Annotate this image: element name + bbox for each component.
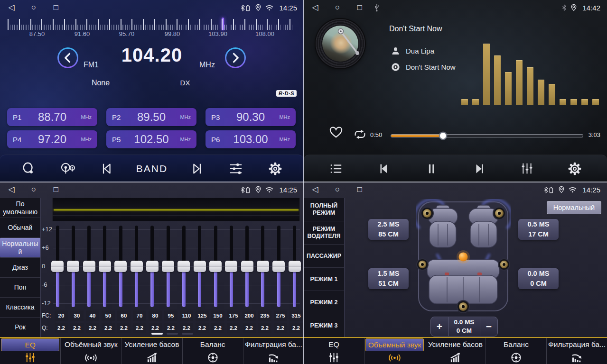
radio-preset-button[interactable]: P5102.50MHz: [106, 130, 196, 148]
eq-band-slider[interactable]: [51, 226, 64, 307]
q-value[interactable]: 2.2: [117, 323, 131, 333]
q-value[interactable]: 2.2: [133, 323, 146, 333]
q-value[interactable]: 2.2: [289, 323, 303, 333]
eq-preset-item[interactable]: Обычай: [0, 218, 40, 237]
radio-ruler[interactable]: [0, 17, 304, 30]
slider-thumb[interactable]: [209, 261, 222, 272]
eq-band-slider[interactable]: [83, 226, 95, 307]
eq-band-slider[interactable]: [289, 226, 301, 307]
fc-value[interactable]: 315: [289, 310, 303, 321]
q-value[interactable]: 2.2: [102, 323, 115, 333]
increase-delay-button[interactable]: +: [431, 317, 448, 336]
slider-thumb[interactable]: [146, 261, 159, 272]
q-value[interactable]: 2.2: [55, 323, 68, 333]
repeat-button[interactable]: [353, 128, 367, 141]
eq-band-slider[interactable]: [67, 226, 79, 307]
q-value[interactable]: 2.2: [227, 323, 240, 333]
eq-band-slider[interactable]: [241, 226, 253, 307]
page-dot[interactable]: [182, 333, 193, 335]
back-button[interactable]: ◁: [310, 182, 320, 197]
eq-band-slider[interactable]: [146, 226, 159, 307]
eq-band-slider[interactable]: [272, 226, 285, 307]
home-button[interactable]: ○: [333, 0, 342, 15]
surround-mode-item[interactable]: РЕЖИМ 3: [304, 314, 344, 337]
decrease-delay-button[interactable]: −: [480, 317, 497, 336]
scan-button[interactable]: [18, 158, 39, 179]
fc-value[interactable]: 275: [274, 310, 287, 321]
eq-preset-item[interactable]: Поп: [0, 277, 40, 297]
surround-mode-item[interactable]: ПОЛНЫЙ РЕЖИМ: [304, 198, 344, 221]
eq-band-slider[interactable]: [162, 226, 174, 307]
eq-band-slider[interactable]: [194, 226, 206, 307]
fc-value[interactable]: 20: [55, 310, 68, 321]
fc-value[interactable]: 150: [211, 310, 224, 321]
progress-bar[interactable]: [391, 135, 583, 137]
fc-value[interactable]: 80: [149, 310, 162, 321]
page-dot[interactable]: [167, 333, 178, 335]
home-button[interactable]: ○: [29, 0, 38, 15]
eq-preset-item[interactable]: Рок: [0, 317, 40, 337]
fc-value[interactable]: 125: [196, 310, 209, 321]
tab-filter[interactable]: Фильтрация ба...: [243, 338, 304, 364]
tune-up-button[interactable]: [225, 47, 246, 68]
q-value[interactable]: 2.2: [180, 323, 193, 333]
slider-thumb[interactable]: [241, 261, 253, 272]
fc-value[interactable]: 200: [243, 310, 256, 321]
slider-thumb[interactable]: [257, 261, 269, 272]
tab-eq[interactable]: EQ: [304, 338, 364, 364]
tab-bass-boost[interactable]: Усиление басов: [425, 338, 486, 364]
recents-button[interactable]: □: [355, 182, 364, 197]
q-value[interactable]: 2.2: [258, 323, 271, 333]
q-value[interactable]: 2.2: [211, 323, 224, 333]
favorite-button[interactable]: [328, 126, 344, 139]
delay-front-left-button[interactable]: 2.5 MS85 CM: [368, 219, 409, 240]
recents-button[interactable]: □: [51, 182, 61, 197]
radio-preset-button[interactable]: P289.50MHz: [106, 108, 196, 126]
eq-preset-item[interactable]: Классика: [0, 297, 40, 317]
band-button[interactable]: BAND: [136, 158, 168, 179]
tab-filter[interactable]: Фильтрация ба...: [546, 338, 607, 364]
equalizer-button[interactable]: [225, 158, 246, 179]
eq-band-slider[interactable]: [131, 226, 143, 307]
slider-thumb[interactable]: [162, 261, 174, 272]
radio-preset-button[interactable]: P497.20MHz: [7, 130, 97, 148]
slider-thumb[interactable]: [83, 261, 95, 272]
radio-preset-button[interactable]: P188.70MHz: [7, 108, 97, 126]
progress-thumb[interactable]: [440, 133, 446, 139]
next-track-button[interactable]: [469, 158, 490, 179]
fc-value[interactable]: 60: [117, 310, 131, 321]
tab-balance[interactable]: Баланс: [486, 338, 546, 364]
back-button[interactable]: ◁: [7, 182, 16, 197]
home-button[interactable]: ○: [333, 182, 342, 197]
previous-track-button[interactable]: [374, 158, 394, 179]
q-value[interactable]: 2.2: [196, 323, 209, 333]
pause-button[interactable]: [421, 158, 442, 179]
surround-mode-item[interactable]: РЕЖИМ 2: [304, 291, 344, 314]
surround-mode-item[interactable]: РЕЖИМ 1: [304, 267, 344, 291]
fc-value[interactable]: 30: [70, 310, 84, 321]
delay-front-right-button[interactable]: 0.5 MS17 CM: [518, 219, 559, 240]
delay-rear-right-button[interactable]: 0.0 MS0 CM: [518, 268, 559, 289]
slider-thumb[interactable]: [177, 261, 190, 272]
slider-thumb[interactable]: [99, 261, 111, 272]
eq-preset-item[interactable]: Джаз: [0, 257, 40, 277]
tab-surround[interactable]: Объёмный звук: [364, 338, 425, 364]
tab-bass-boost[interactable]: Усиление басов: [121, 338, 182, 364]
surround-mode-item[interactable]: РЕЖИМ ВОДИТЕЛЯ: [304, 221, 344, 244]
fc-value[interactable]: 175: [227, 310, 240, 321]
slider-thumb[interactable]: [114, 261, 127, 272]
tab-eq[interactable]: EQ: [0, 338, 60, 364]
tab-balance[interactable]: Баланс: [182, 338, 243, 364]
eq-preset-item[interactable]: Нормальный: [0, 237, 40, 257]
q-value[interactable]: 2.2: [243, 323, 256, 333]
radio-preset-button[interactable]: P390.30MHz: [205, 108, 296, 126]
surround-mode-item[interactable]: ПАССАЖИР: [304, 244, 344, 267]
radio-preset-button[interactable]: P6103.00MHz: [205, 130, 296, 148]
next-station-button[interactable]: [186, 158, 207, 179]
page-dot-active[interactable]: [151, 333, 163, 335]
previous-station-button[interactable]: [97, 158, 118, 179]
tune-down-button[interactable]: [57, 47, 78, 68]
slider-thumb[interactable]: [225, 261, 237, 272]
q-value[interactable]: 2.2: [274, 323, 287, 333]
fc-value[interactable]: 50: [102, 310, 115, 321]
